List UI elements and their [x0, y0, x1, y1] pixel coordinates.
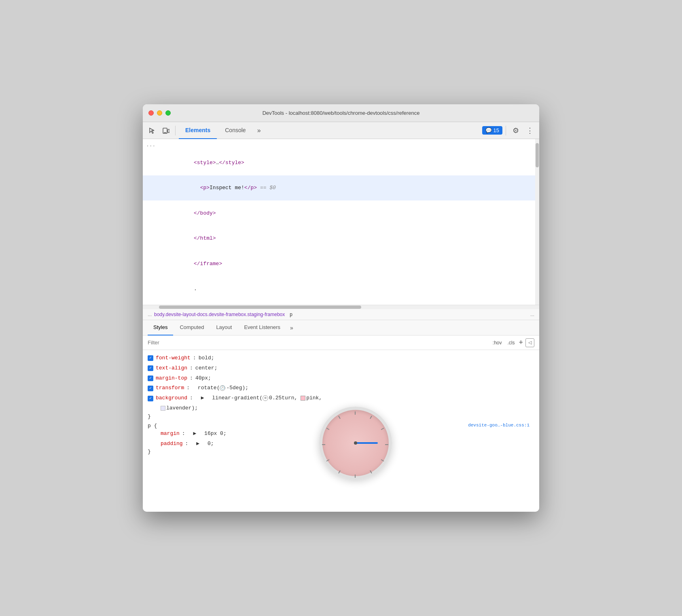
tab-event-listeners[interactable]: Event Listeners: [238, 320, 286, 335]
tab-computed[interactable]: Computed: [174, 320, 210, 335]
badge-count: 15: [493, 127, 499, 133]
settings-button[interactable]: ⚙: [509, 124, 522, 137]
expand-background[interactable]: ▶: [201, 394, 204, 403]
clock-face: [319, 407, 392, 479]
prop-name-margin-top: margin-top: [156, 374, 187, 383]
cls-button[interactable]: .cls: [506, 339, 516, 346]
styles-tabs: Styles Computed Layout Event Listeners »: [143, 320, 539, 335]
window-title: DevTools - localhost:8080/web/tools/chro…: [263, 110, 420, 116]
css-prop-transform[interactable]: ✓ transform: rotate(🕐-5deg);: [148, 383, 534, 393]
box-icon-button[interactable]: ◁: [525, 338, 534, 347]
checkbox-font-weight[interactable]: ✓: [148, 355, 153, 361]
hov-button[interactable]: :hov: [491, 339, 504, 346]
clock-tick-10: [326, 428, 329, 430]
css-prop-font-weight[interactable]: ✓ font-weight: bold;: [148, 353, 534, 363]
elements-panel: ··· <style>…</style> <p>Inspect me!</p> …: [143, 139, 539, 305]
elements-dot-line: .: [143, 276, 539, 302]
checkbox-background[interactable]: ✓: [148, 396, 153, 401]
expand-padding[interactable]: ▶: [196, 440, 199, 448]
elements-html-close-line[interactable]: </html>: [143, 226, 539, 251]
more-options-button[interactable]: ⋮: [524, 124, 536, 137]
elements-style-line[interactable]: <style>…</style>: [143, 150, 539, 175]
prop-name-margin: margin: [161, 430, 180, 438]
breadcrumb-path[interactable]: body.devsite-layout-docs.devsite-framebo…: [154, 312, 285, 317]
prop-value-transform: rotate(🕐-5deg);: [198, 384, 248, 392]
breadcrumb-bar: ... body.devsite-layout-docs.devsite-fra…: [143, 309, 539, 320]
elements-p-line[interactable]: <p>Inspect me!</p> == $0: [143, 175, 539, 201]
console-badge[interactable]: 💬 15: [482, 126, 502, 135]
breadcrumb-more[interactable]: ...: [530, 312, 534, 317]
elements-iframe-close-line[interactable]: </iframe>: [143, 251, 539, 276]
pink-swatch[interactable]: [301, 396, 305, 401]
angle-icon-2[interactable]: ⊖: [263, 395, 268, 401]
checkbox-margin-top[interactable]: ✓: [148, 376, 153, 381]
css-source-link[interactable]: devsite-goo…-blue.css:1: [468, 423, 530, 428]
console-icon: 💬: [485, 127, 492, 133]
filter-input[interactable]: [148, 340, 488, 346]
clock-hour-hand: [356, 442, 378, 444]
tab-elements[interactable]: Elements: [179, 122, 217, 139]
toolbar-divider-2: [506, 126, 506, 135]
prop-value-background-1: linear-gradient(⊖0.25turn, pink,: [212, 394, 322, 403]
svg-rect-1: [168, 129, 169, 133]
css-p-selector: p {: [148, 423, 157, 429]
breadcrumb-current[interactable]: p: [290, 312, 292, 317]
prop-value-text-align: center;: [195, 364, 218, 373]
css-prop-margin-top[interactable]: ✓ margin-top: 40px;: [148, 373, 534, 384]
scroll-thumb[interactable]: [536, 143, 539, 167]
clock-widget[interactable]: [319, 407, 392, 479]
tab-console[interactable]: Console: [218, 122, 252, 139]
h-scroll-thumb[interactable]: [159, 306, 361, 309]
angle-icon[interactable]: 🕐: [220, 385, 225, 391]
prop-name-text-align: text-align: [156, 364, 187, 373]
clock-tick-7: [338, 470, 341, 474]
toolbar-divider: [175, 126, 176, 135]
prop-value-padding: 0;: [208, 440, 214, 448]
prop-name-font-weight: font-weight: [156, 354, 191, 363]
clock-tick-6: [355, 475, 356, 478]
prop-value-margin-top: 40px;: [195, 374, 211, 383]
clock-tick-2: [381, 428, 384, 430]
more-tabs-button[interactable]: »: [254, 125, 264, 136]
device-toolbar-button[interactable]: [160, 124, 172, 137]
elements-more-dots[interactable]: ···: [143, 142, 539, 150]
clock-tick-8: [326, 459, 329, 462]
elements-body-close-line[interactable]: </body>: [143, 200, 539, 226]
checkbox-text-align[interactable]: ✓: [148, 365, 153, 371]
expand-margin[interactable]: ▶: [193, 430, 196, 438]
filter-actions: :hov .cls + ◁: [491, 338, 534, 347]
prop-value-font-weight: bold;: [199, 354, 214, 363]
prop-name-padding: padding: [161, 440, 183, 448]
inspect-element-button[interactable]: [146, 124, 158, 137]
titlebar: DevTools - localhost:8080/web/tools/chro…: [143, 104, 539, 122]
lavender-swatch[interactable]: [161, 406, 165, 411]
css-rules-panel: ✓ font-weight: bold; ✓ text-align: cente…: [143, 350, 539, 512]
vertical-scrollbar[interactable]: [535, 139, 539, 305]
prop-value-background-2: lavender);: [161, 404, 198, 413]
filter-bar: :hov .cls + ◁: [143, 335, 539, 350]
prop-name-transform: transform: [156, 384, 184, 392]
more-styles-tabs[interactable]: »: [287, 323, 297, 333]
tab-layout[interactable]: Layout: [210, 320, 237, 335]
tab-styles[interactable]: Styles: [148, 320, 173, 335]
clock-tick-1: [370, 416, 372, 419]
clock-tick-11: [338, 416, 341, 419]
devtools-window: DevTools - localhost:8080/web/tools/chro…: [143, 104, 539, 512]
traffic-lights: [148, 110, 171, 116]
devtools-toolbar: Elements Console » 💬 15 ⚙ ⋮: [143, 122, 539, 139]
horizontal-scrollbar[interactable]: [143, 305, 539, 309]
css-prop-text-align[interactable]: ✓ text-align: center;: [148, 363, 534, 373]
clock-tick-5: [370, 470, 372, 474]
breadcrumb-dots[interactable]: ...: [148, 312, 152, 317]
prop-name-background: background: [156, 394, 187, 403]
css-prop-background[interactable]: ✓ background: ▶ linear-gradient(⊖0.25tur…: [148, 393, 534, 403]
prop-value-margin: 16px 0;: [204, 430, 227, 438]
minimize-button[interactable]: [157, 110, 162, 116]
checkbox-transform[interactable]: ✓: [148, 386, 153, 391]
maximize-button[interactable]: [165, 110, 171, 116]
clock-tick-9: [322, 444, 325, 445]
clock-tick-12: [355, 411, 356, 415]
close-button[interactable]: [148, 110, 154, 116]
clock-tick-3: [385, 444, 388, 445]
add-style-button[interactable]: +: [519, 338, 523, 347]
